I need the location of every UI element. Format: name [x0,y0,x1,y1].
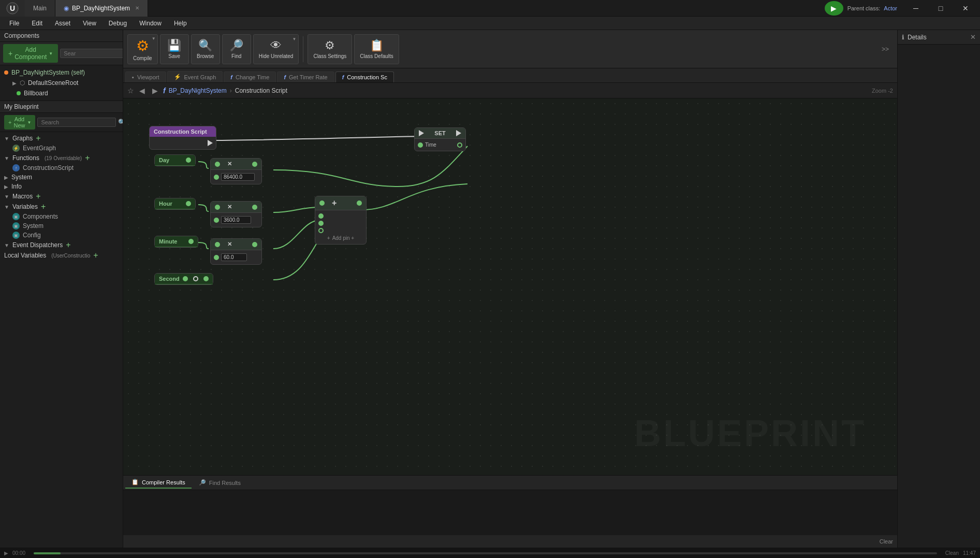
node-day[interactable]: Day [154,154,196,166]
section-label: Event Dispatchers [12,241,63,249]
section-label: Variables [12,203,38,210]
play-indicator: ▶ [4,550,8,556]
add-component-label: Add Component [14,46,47,61]
node-title: Construction Script [154,128,207,135]
scene-icon: ⬡ [20,79,25,87]
tab-find-results[interactable]: 🔎 Find Results [193,477,247,488]
menu-window[interactable]: Window [134,19,167,28]
add-dispatcher-button[interactable]: + [66,241,70,249]
node-multiply-hour-header: ✕ [211,202,261,213]
add-graph-button[interactable]: + [36,134,40,142]
menu-file[interactable]: File [4,19,24,28]
add-macro-button[interactable]: + [36,192,40,201]
section-functions[interactable]: ▼ Functions (19 Overridable) + [0,153,123,163]
item-system-var[interactable]: ▣ System [0,221,123,231]
menu-debug[interactable]: Debug [104,19,132,28]
tab-compiler-results[interactable]: 📋 Compiler Results [125,477,192,489]
pin-time: Time [415,141,465,149]
hide-dropdown-icon: ▼ [292,37,296,41]
graph-tabs-bar: ▪ Viewport ⚡ Event Graph f Change Time f… [123,68,897,83]
node-set[interactable]: SET Time [414,127,466,151]
pin-exec-out [150,139,216,147]
class-defaults-button[interactable]: 📋 Class Defaults [354,34,399,64]
func-icon: f [342,74,344,80]
compile-dropdown-icon[interactable]: ▼ [152,36,156,41]
tab-construction-script[interactable]: f Construction Sc [335,71,394,82]
tab-close-icon[interactable]: ✕ [135,5,139,11]
add-local-var-button[interactable]: + [93,251,98,260]
section-macros[interactable]: ▼ Macros + [0,191,123,202]
breadcrumb-root[interactable]: BP_DayNightSystem [169,87,227,94]
menu-view[interactable]: View [78,19,101,28]
component-billboard[interactable]: Billboard [0,88,123,98]
clear-button[interactable]: Clear [880,538,893,545]
item-config-var[interactable]: ▣ Config [0,231,123,240]
node-construction-script[interactable]: Construction Script [149,126,216,150]
play-button[interactable]: ▶ [825,1,843,16]
maximize-button[interactable]: □ [930,0,951,17]
node-second[interactable]: Second [154,273,213,285]
menu-asset[interactable]: Asset [50,19,76,28]
minute-multiply-input[interactable] [221,253,247,261]
menu-edit[interactable]: Edit [26,19,48,28]
node-multiply-hour[interactable]: ✕ [210,201,262,227]
component-search-input[interactable] [60,49,123,58]
star-icon[interactable]: ☆ [127,87,134,95]
nav-forward-button[interactable]: ▶ [150,87,160,95]
compiler-icon: 📋 [131,479,139,485]
tab-main[interactable]: Main [25,0,55,17]
nav-back-button[interactable]: ◀ [137,87,147,95]
title-bar: U Main ◉ BP_DayNightSystem ✕ ▶ Parent cl… [0,0,980,17]
tab-change-time[interactable]: f Change Time [224,71,276,82]
tab-blueprint[interactable]: ◉ BP_DayNightSystem ✕ [55,0,148,17]
save-icon: 💾 [167,39,181,52]
menu-help[interactable]: Help [169,19,192,28]
node-hour[interactable]: Hour [154,198,196,210]
browse-button[interactable]: 🔍 Browse [191,34,220,64]
section-event-dispatchers[interactable]: ▼ Event Dispatchers + [0,240,123,250]
section-graphs[interactable]: ▼ Graphs + [0,133,123,144]
item-components-var[interactable]: ▣ Components [0,212,123,221]
close-button[interactable]: ✕ [955,0,976,17]
item-construction-script[interactable]: f ConstructionScript [0,163,123,173]
tab-blueprint-icon: ◉ [64,5,69,12]
add-pin-row[interactable]: + Add pin + [315,234,366,242]
component-self[interactable]: BP_DayNightSystem (self) [0,67,123,78]
section-system[interactable]: ▶ System [0,173,123,182]
hide-unrelated-button[interactable]: 👁 Hide Unrelated ▼ [253,34,299,64]
day-out-pin [186,158,191,163]
section-info[interactable]: ▶ Info [0,182,123,191]
node-multiply-day[interactable]: ✕ [210,158,262,184]
toolbar-expand[interactable]: >> [877,44,893,55]
add-variable-button[interactable]: + [41,203,46,211]
add-out-pin [357,201,362,206]
blueprint-search-input[interactable] [37,118,116,127]
day-multiply-input[interactable] [221,173,255,181]
class-settings-button[interactable]: ⚙ Class Settings [308,34,352,64]
node-minute[interactable]: Minute [154,236,198,248]
section-variables[interactable]: ▼ Variables + [0,202,123,212]
find-button[interactable]: 🔎 Find [222,34,251,64]
node-multiply-minute[interactable]: ✕ [210,238,262,265]
hour-multiply-input[interactable] [221,216,251,224]
node-add[interactable]: + + [315,196,367,245]
section-label: Info [11,183,22,190]
search-icon: 🔍 [118,119,123,126]
blueprint-canvas[interactable]: BLUEPRINT [123,98,897,475]
item-event-graph[interactable]: ⚡ EventGraph [0,144,123,153]
node-set-header: SET [415,128,465,139]
details-close-button[interactable]: ✕ [970,33,976,41]
compile-label: Compile [133,55,152,61]
component-scene-root[interactable]: ▶ ⬡ DefaultSceneRoot [8,78,123,88]
tab-get-timer-rate[interactable]: f Get Timer Rate [277,71,334,82]
time-in-pin [418,142,423,148]
tab-viewport[interactable]: ▪ Viewport [125,71,166,82]
tab-event-graph[interactable]: ⚡ Event Graph [167,71,223,82]
save-button[interactable]: 💾 Save [160,34,189,64]
section-local-variables[interactable]: Local Variables (UserConstructio + [0,250,123,261]
add-new-button[interactable]: + Add New ▼ [4,115,35,130]
compiler-output [123,490,897,535]
add-function-button[interactable]: + [85,154,90,162]
add-component-button[interactable]: + Add Component ▼ [3,44,58,63]
minimize-button[interactable]: ─ [905,0,926,17]
